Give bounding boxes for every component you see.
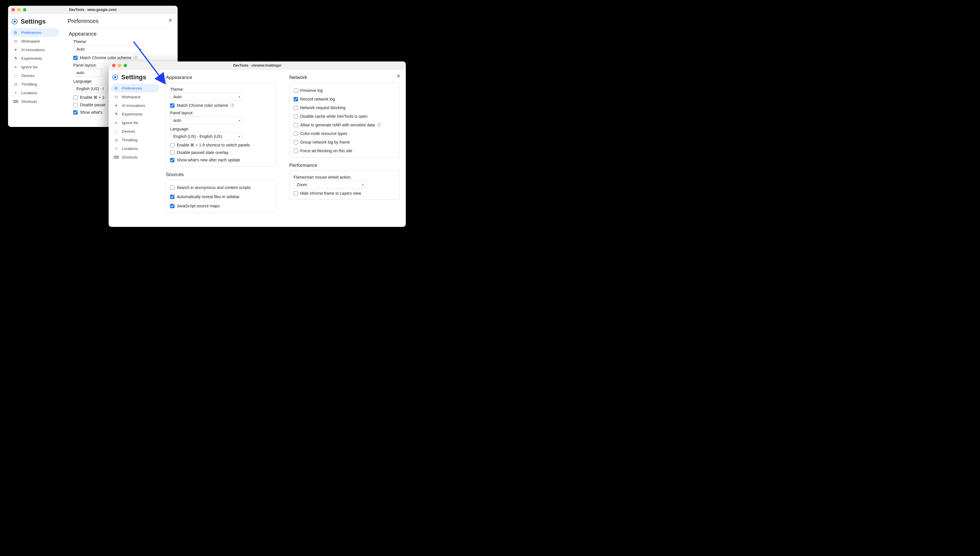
disable-cache-checkbox[interactable] — [294, 114, 298, 119]
help-icon[interactable]: ? — [134, 56, 138, 60]
close-icon[interactable]: ✕ — [396, 73, 401, 79]
nav-ignore-list[interactable]: ≡Ignore list — [111, 118, 159, 127]
nav-workspace[interactable]: 🗀Workspace — [10, 37, 59, 45]
nav-shortcuts[interactable]: ⌨Shortcuts — [111, 153, 159, 162]
traffic-lights[interactable] — [109, 64, 127, 67]
disable-paused-checkbox[interactable] — [73, 103, 78, 107]
close-icon[interactable]: ✕ — [168, 17, 172, 24]
nav-throttling[interactable]: ◷Throttling — [111, 136, 159, 144]
sources-heading: Sources — [166, 172, 276, 178]
record-network-label: Record network log — [300, 97, 335, 101]
show-whats-new-checkbox[interactable] — [73, 110, 78, 115]
folder-icon: 🗀 — [114, 95, 118, 99]
match-chrome-checkbox[interactable] — [73, 56, 78, 60]
nav-locations[interactable]: ⌖Locations — [10, 89, 59, 97]
nav-preferences[interactable]: ⚙Preferences — [10, 28, 59, 37]
zoom-window-icon[interactable] — [23, 8, 26, 11]
nav-experiments[interactable]: ⚗Experiments — [111, 110, 159, 118]
panel-value: auto — [76, 70, 84, 75]
nav-label: Preferences — [122, 86, 142, 91]
minimize-window-icon[interactable] — [118, 64, 121, 67]
disable-paused-checkbox[interactable] — [170, 150, 175, 155]
close-window-icon[interactable] — [112, 64, 115, 67]
color-code-checkbox[interactable] — [294, 131, 298, 136]
sparkle-icon: ✦ — [114, 103, 118, 108]
nav-throttling[interactable]: ◷Throttling — [10, 80, 59, 89]
nav-locations[interactable]: ⌖Locations — [111, 144, 159, 153]
nav-ignore-list[interactable]: ≡Ignore list — [10, 63, 59, 71]
devices-icon: ⬚ — [114, 129, 118, 134]
svg-point-1 — [13, 20, 16, 23]
show-whats-new-label: Show what's new after each update — [177, 158, 240, 162]
language-select[interactable]: English (US) - I — [73, 85, 108, 93]
nav-label: Ignore list — [122, 121, 138, 125]
record-network-checkbox[interactable] — [294, 97, 298, 101]
theme-value: Auto — [76, 47, 85, 52]
auto-reveal-checkbox[interactable] — [170, 195, 175, 199]
theme-label: Theme: — [170, 87, 272, 92]
enable-shortcut-label: Enable ⌘ + 1-9 shortcut to switch panels — [177, 143, 250, 147]
request-blocking-checkbox[interactable] — [294, 106, 298, 110]
nav-label: Devices — [122, 129, 135, 134]
close-window-icon[interactable] — [11, 8, 15, 11]
force-ad-checkbox[interactable] — [294, 149, 298, 153]
settings-sidebar-b: Settings ⚙Preferences 🗀Workspace ✦AI inn… — [109, 70, 162, 227]
theme-select[interactable]: Auto▾ — [170, 93, 243, 101]
nav-experiments[interactable]: ⚗Experiments — [10, 54, 59, 63]
language-label: Language: — [170, 127, 272, 131]
panel-layout-select[interactable]: auto▾ — [170, 116, 243, 124]
js-maps-checkbox[interactable] — [170, 204, 175, 208]
theme-select[interactable]: Auto▾ — [73, 45, 144, 53]
match-chrome-label: Match Chrome color scheme — [80, 55, 131, 60]
show-whats-new-checkbox[interactable] — [170, 158, 175, 162]
nav-ai-innovations[interactable]: ✦AI innovations — [111, 101, 159, 110]
nav-workspace[interactable]: 🗀Workspace — [111, 92, 159, 101]
settings-sidebar-a: Settings ⚙Preferences 🗀Workspace ✦AI inn… — [8, 14, 61, 127]
match-chrome-label: Match Chrome color scheme — [177, 103, 228, 108]
settings-nav-b: ⚙Preferences 🗀Workspace ✦AI innovations … — [111, 84, 159, 162]
flamechart-select[interactable]: Zoom▾ — [294, 181, 366, 189]
help-icon[interactable]: ? — [230, 103, 235, 107]
search-anon-checkbox[interactable] — [170, 186, 175, 190]
network-group: Preserve log Record network log Network … — [289, 83, 400, 157]
enable-shortcut-checkbox[interactable] — [73, 95, 78, 100]
minimize-window-icon[interactable] — [17, 8, 21, 11]
nav-preferences[interactable]: ⚙Preferences — [111, 84, 159, 92]
nav-devices[interactable]: ⬚Devices — [111, 127, 159, 136]
nav-label: Experiments — [122, 112, 143, 116]
settings-heading: Settings — [21, 18, 46, 25]
settings-main-b: ✕ Appearance Theme: Auto▾ Match Chrome c… — [162, 70, 406, 227]
har-checkbox[interactable] — [294, 123, 298, 127]
settings-nav-a: ⚙Preferences 🗀Workspace ✦AI innovations … — [10, 28, 59, 106]
network-heading: Network — [289, 75, 400, 81]
nav-label: Ignore list — [21, 65, 37, 69]
hide-chrome-frame-checkbox[interactable] — [294, 191, 298, 196]
har-label: Allow to generate HAR with sensitive dat… — [300, 123, 375, 127]
devtools-window-b: DevTools - chrome://settings/ Settings ⚙… — [109, 61, 406, 227]
match-chrome-checkbox[interactable] — [170, 103, 175, 108]
theme-label: Theme: — [73, 39, 171, 44]
zoom-window-icon[interactable] — [123, 64, 127, 67]
traffic-lights[interactable] — [8, 8, 26, 11]
gear-icon: ⚙ — [13, 31, 18, 35]
pin-icon: ⌖ — [114, 146, 118, 151]
group-frame-checkbox[interactable] — [294, 140, 298, 144]
language-select[interactable]: English (US) - English (US)▾ — [170, 133, 243, 141]
preserve-log-checkbox[interactable] — [294, 89, 298, 93]
nav-shortcuts[interactable]: ⌨Shortcuts — [10, 97, 59, 106]
nav-ai-innovations[interactable]: ✦AI innovations — [10, 45, 59, 54]
devices-icon: ⬚ — [13, 74, 18, 78]
enable-shortcut-checkbox[interactable] — [170, 143, 175, 147]
hide-chrome-frame-label: Hide chrome frame in Layers view — [300, 191, 361, 196]
keyboard-icon: ⌨ — [13, 99, 18, 103]
chrome-logo-icon — [112, 74, 118, 81]
language-value: English (US) - I — [76, 86, 104, 91]
chevron-down-icon: ▾ — [140, 48, 141, 51]
nav-devices[interactable]: ⬚Devices — [10, 71, 59, 80]
help-icon[interactable]: ? — [377, 123, 381, 127]
nav-label: AI innovations — [21, 48, 45, 52]
panel-layout-select[interactable]: auto — [73, 69, 102, 77]
pin-icon: ⌖ — [13, 91, 18, 95]
show-whats-new-label: Show what's — [80, 110, 102, 115]
request-blocking-label: Network request blocking — [300, 105, 345, 110]
